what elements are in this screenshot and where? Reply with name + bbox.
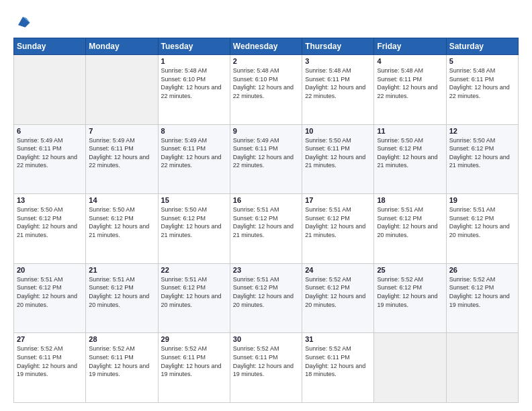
- day-info: Sunrise: 5:48 AM Sunset: 6:10 PM Dayligh…: [233, 66, 299, 100]
- day-number: 9: [233, 127, 299, 135]
- day-number: 29: [161, 335, 227, 343]
- day-info: Sunrise: 5:52 AM Sunset: 6:11 PM Dayligh…: [233, 345, 299, 378]
- day-info: Sunrise: 5:52 AM Sunset: 6:11 PM Dayligh…: [17, 345, 83, 378]
- calendar-cell: 19Sunrise: 5:51 AM Sunset: 6:12 PM Dayli…: [446, 194, 518, 264]
- day-number: 19: [449, 196, 515, 204]
- day-number: 23: [233, 266, 299, 274]
- day-info: Sunrise: 5:51 AM Sunset: 6:12 PM Dayligh…: [161, 275, 227, 309]
- day-number: 6: [17, 127, 83, 135]
- day-number: 31: [305, 335, 371, 343]
- day-number: 3: [305, 57, 371, 65]
- weekday-header-sunday: Sunday: [14, 38, 86, 55]
- day-info: Sunrise: 5:48 AM Sunset: 6:11 PM Dayligh…: [377, 66, 443, 100]
- day-number: 10: [305, 127, 371, 135]
- day-number: 12: [449, 127, 515, 135]
- calendar-cell: 16Sunrise: 5:51 AM Sunset: 6:12 PM Dayli…: [230, 194, 302, 264]
- day-number: 24: [305, 266, 371, 274]
- day-info: Sunrise: 5:52 AM Sunset: 6:11 PM Dayligh…: [305, 345, 371, 378]
- calendar-cell: 1Sunrise: 5:48 AM Sunset: 6:10 PM Daylig…: [158, 55, 230, 125]
- week-row-2: 6Sunrise: 5:49 AM Sunset: 6:11 PM Daylig…: [14, 124, 519, 194]
- calendar-cell: [446, 333, 518, 403]
- calendar-cell: 29Sunrise: 5:52 AM Sunset: 6:11 PM Dayli…: [158, 333, 230, 403]
- calendar-cell: 8Sunrise: 5:49 AM Sunset: 6:11 PM Daylig…: [158, 124, 230, 194]
- weekday-header-thursday: Thursday: [302, 38, 374, 55]
- day-info: Sunrise: 5:51 AM Sunset: 6:12 PM Dayligh…: [305, 205, 371, 239]
- day-info: Sunrise: 5:52 AM Sunset: 6:11 PM Dayligh…: [161, 345, 227, 378]
- weekday-header-saturday: Saturday: [446, 38, 518, 55]
- calendar-cell: 4Sunrise: 5:48 AM Sunset: 6:11 PM Daylig…: [374, 55, 446, 125]
- day-number: 15: [161, 196, 227, 204]
- day-number: 26: [449, 266, 515, 274]
- calendar-cell: 18Sunrise: 5:51 AM Sunset: 6:12 PM Dayli…: [374, 194, 446, 264]
- calendar-cell: 20Sunrise: 5:51 AM Sunset: 6:12 PM Dayli…: [14, 263, 86, 333]
- day-info: Sunrise: 5:51 AM Sunset: 6:12 PM Dayligh…: [233, 205, 299, 239]
- day-number: 16: [233, 196, 299, 204]
- calendar-cell: 7Sunrise: 5:49 AM Sunset: 6:11 PM Daylig…: [86, 124, 158, 194]
- calendar-cell: 9Sunrise: 5:49 AM Sunset: 6:11 PM Daylig…: [230, 124, 302, 194]
- calendar-body: 1Sunrise: 5:48 AM Sunset: 6:10 PM Daylig…: [14, 55, 519, 403]
- day-info: Sunrise: 5:51 AM Sunset: 6:12 PM Dayligh…: [449, 205, 515, 239]
- page: SundayMondayTuesdayWednesdayThursdayFrid…: [0, 0, 532, 411]
- day-info: Sunrise: 5:50 AM Sunset: 6:11 PM Dayligh…: [305, 136, 371, 170]
- day-info: Sunrise: 5:52 AM Sunset: 6:11 PM Dayligh…: [89, 345, 154, 378]
- calendar-cell: 30Sunrise: 5:52 AM Sunset: 6:11 PM Dayli…: [230, 333, 302, 403]
- calendar-cell: 10Sunrise: 5:50 AM Sunset: 6:11 PM Dayli…: [302, 124, 374, 194]
- day-info: Sunrise: 5:51 AM Sunset: 6:12 PM Dayligh…: [89, 275, 154, 309]
- day-number: 8: [161, 127, 227, 135]
- day-number: 20: [17, 266, 83, 274]
- day-info: Sunrise: 5:50 AM Sunset: 6:12 PM Dayligh…: [89, 205, 154, 239]
- week-row-4: 20Sunrise: 5:51 AM Sunset: 6:12 PM Dayli…: [14, 263, 519, 333]
- day-number: 11: [377, 127, 443, 135]
- calendar-cell: 15Sunrise: 5:50 AM Sunset: 6:12 PM Dayli…: [158, 194, 230, 264]
- day-number: 30: [233, 335, 299, 343]
- day-number: 7: [89, 127, 154, 135]
- day-info: Sunrise: 5:51 AM Sunset: 6:12 PM Dayligh…: [233, 275, 299, 309]
- day-number: 27: [17, 335, 83, 343]
- day-number: 13: [17, 196, 83, 204]
- calendar-cell: 27Sunrise: 5:52 AM Sunset: 6:11 PM Dayli…: [14, 333, 86, 403]
- calendar-cell: 28Sunrise: 5:52 AM Sunset: 6:11 PM Dayli…: [86, 333, 158, 403]
- calendar-header: SundayMondayTuesdayWednesdayThursdayFrid…: [14, 38, 519, 55]
- day-info: Sunrise: 5:51 AM Sunset: 6:12 PM Dayligh…: [377, 205, 443, 239]
- weekday-header-monday: Monday: [86, 38, 158, 55]
- calendar-cell: 6Sunrise: 5:49 AM Sunset: 6:11 PM Daylig…: [14, 124, 86, 194]
- day-info: Sunrise: 5:49 AM Sunset: 6:11 PM Dayligh…: [233, 136, 299, 170]
- calendar-cell: 13Sunrise: 5:50 AM Sunset: 6:12 PM Dayli…: [14, 194, 86, 264]
- calendar-cell: 23Sunrise: 5:51 AM Sunset: 6:12 PM Dayli…: [230, 263, 302, 333]
- calendar-cell: 25Sunrise: 5:52 AM Sunset: 6:12 PM Dayli…: [374, 263, 446, 333]
- day-number: 25: [377, 266, 443, 274]
- calendar-cell: 2Sunrise: 5:48 AM Sunset: 6:10 PM Daylig…: [230, 55, 302, 125]
- day-info: Sunrise: 5:49 AM Sunset: 6:11 PM Dayligh…: [17, 136, 83, 170]
- week-row-1: 1Sunrise: 5:48 AM Sunset: 6:10 PM Daylig…: [14, 55, 519, 125]
- day-number: 21: [89, 266, 154, 274]
- calendar-cell: 11Sunrise: 5:50 AM Sunset: 6:12 PM Dayli…: [374, 124, 446, 194]
- day-info: Sunrise: 5:50 AM Sunset: 6:12 PM Dayligh…: [17, 205, 83, 239]
- calendar-cell: 31Sunrise: 5:52 AM Sunset: 6:11 PM Dayli…: [302, 333, 374, 403]
- calendar-cell: 12Sunrise: 5:50 AM Sunset: 6:12 PM Dayli…: [446, 124, 518, 194]
- calendar-cell: 24Sunrise: 5:52 AM Sunset: 6:12 PM Dayli…: [302, 263, 374, 333]
- logo: [13, 12, 35, 31]
- day-info: Sunrise: 5:52 AM Sunset: 6:12 PM Dayligh…: [305, 275, 371, 309]
- svg-marker-0: [18, 17, 30, 28]
- calendar-cell: [86, 55, 158, 125]
- day-info: Sunrise: 5:50 AM Sunset: 6:12 PM Dayligh…: [449, 136, 515, 170]
- day-number: 18: [377, 196, 443, 204]
- day-number: 28: [89, 335, 154, 343]
- calendar-cell: 17Sunrise: 5:51 AM Sunset: 6:12 PM Dayli…: [302, 194, 374, 264]
- day-number: 1: [161, 57, 227, 65]
- week-row-3: 13Sunrise: 5:50 AM Sunset: 6:12 PM Dayli…: [14, 194, 519, 264]
- calendar-cell: 22Sunrise: 5:51 AM Sunset: 6:12 PM Dayli…: [158, 263, 230, 333]
- calendar-cell: 26Sunrise: 5:52 AM Sunset: 6:12 PM Dayli…: [446, 263, 518, 333]
- calendar-cell: 14Sunrise: 5:50 AM Sunset: 6:12 PM Dayli…: [86, 194, 158, 264]
- day-info: Sunrise: 5:52 AM Sunset: 6:12 PM Dayligh…: [449, 275, 515, 309]
- day-info: Sunrise: 5:49 AM Sunset: 6:11 PM Dayligh…: [89, 136, 154, 170]
- week-row-5: 27Sunrise: 5:52 AM Sunset: 6:11 PM Dayli…: [14, 333, 519, 403]
- day-info: Sunrise: 5:48 AM Sunset: 6:10 PM Dayligh…: [161, 66, 227, 100]
- weekday-header-wednesday: Wednesday: [230, 38, 302, 55]
- calendar-cell: 3Sunrise: 5:48 AM Sunset: 6:11 PM Daylig…: [302, 55, 374, 125]
- calendar-cell: 5Sunrise: 5:48 AM Sunset: 6:11 PM Daylig…: [446, 55, 518, 125]
- day-info: Sunrise: 5:51 AM Sunset: 6:12 PM Dayligh…: [17, 275, 83, 309]
- logo-icon: [13, 12, 32, 31]
- weekday-header-friday: Friday: [374, 38, 446, 55]
- day-number: 22: [161, 266, 227, 274]
